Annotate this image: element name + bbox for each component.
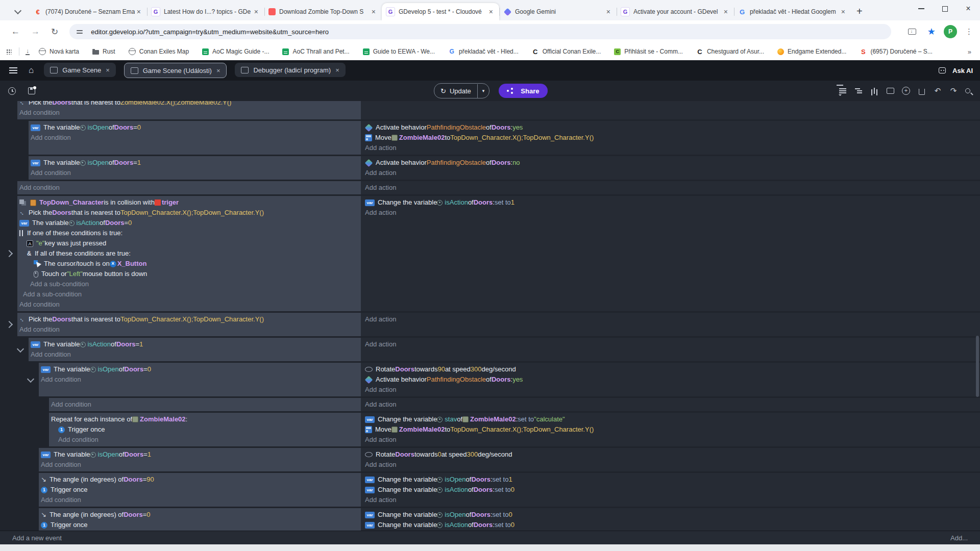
apps-grid-icon[interactable]	[6, 49, 12, 55]
browser-tab[interactable]: Download Zombie Top-Down S×	[264, 3, 382, 20]
bookmarks-overflow-chevron[interactable]: »	[968, 48, 971, 56]
condition-row[interactable]: Pick the Doors that is nearest to TopDow…	[17, 314, 361, 324]
tab-close-icon[interactable]: ×	[252, 8, 260, 16]
collapse-chevron-icon[interactable]	[27, 375, 34, 383]
new-tab-button[interactable]: +	[856, 6, 863, 17]
bookmark-item[interactable]: Conan Exiles Map	[129, 48, 189, 55]
add-action-link[interactable]: Add action	[365, 314, 980, 324]
conditions-column[interactable]: The angle (in degrees) of Doors = 0Trigg…	[39, 508, 361, 531]
condition-row[interactable]: "e" key was just pressed	[17, 238, 361, 248]
bookmark-item[interactable]: AoC Thrall and Pet...	[282, 48, 349, 55]
tab-search-chevron-icon[interactable]	[14, 7, 21, 14]
tab-close-icon[interactable]: ×	[370, 8, 378, 16]
bookmark-item[interactable]: CPřihlásit se - Comm...	[614, 48, 683, 55]
event[interactable]: The variable isOpen of Doors = 1Add cond…	[39, 448, 980, 471]
add-action-link[interactable]: Add action	[365, 460, 980, 470]
condition-row[interactable]: Trigger once	[39, 520, 361, 530]
editor-tab-close-icon[interactable]: ×	[216, 67, 220, 74]
add-condition-link[interactable]: Add condition	[17, 108, 361, 118]
add-action-link[interactable]: Add action	[365, 399, 980, 410]
editor-tab[interactable]: Game Scene (Události)×	[124, 63, 227, 78]
profile-avatar[interactable]: P	[944, 25, 957, 38]
editor-tab[interactable]: Game Scene×	[44, 63, 115, 77]
conditions-column[interactable]: Add condition	[17, 181, 361, 194]
ask-ai-button[interactable]: Ask AI	[939, 67, 973, 74]
add-action-link[interactable]: Add action	[365, 435, 980, 445]
expand-chevron-icon[interactable]	[6, 250, 13, 257]
add-condition-link[interactable]: Add condition	[17, 324, 361, 335]
actions-column[interactable]: Activate behavior PathfindingObstacle of…	[361, 121, 980, 155]
condition-row[interactable]: The angle (in degrees) of Doors = 90	[39, 474, 361, 485]
tab-close-icon[interactable]: ×	[722, 8, 730, 16]
action-row[interactable]: Rotate Doors towards 90 at speed 300 deg…	[365, 364, 980, 374]
restore-button[interactable]	[933, 0, 957, 17]
trash-icon[interactable]	[917, 86, 926, 95]
condition-row[interactable]: TopDown_Character is in collision with t…	[17, 197, 361, 208]
add-action-link[interactable]: Add action	[365, 385, 980, 395]
actions-column[interactable]: Add action	[361, 338, 980, 361]
actions-column[interactable]: Activate behavior PathfindingObstacle of…	[361, 156, 980, 180]
bookmark-item[interactable]: Rust	[92, 48, 115, 55]
conditions-column[interactable]: Pick the Doors that is nearest to Zombie…	[17, 101, 361, 119]
action-row[interactable]: Activate behavior PathfindingObstacle of…	[365, 158, 980, 168]
add-action-link[interactable]: Add action	[365, 183, 980, 193]
actions-column[interactable]: Add action	[361, 313, 980, 336]
tab-close-icon[interactable]: ×	[135, 8, 143, 16]
event[interactable]: Repeat for each instance of ZombieMale02…	[49, 413, 980, 446]
forward-icon[interactable]: →	[31, 27, 40, 37]
condition-row[interactable]: Trigger once	[49, 424, 361, 435]
event[interactable]: The angle (in degrees) of Doors = 90Trig…	[39, 473, 980, 507]
actions-column[interactable]	[361, 101, 980, 119]
bookmark-item[interactable]: S(6957) Doručené – S...	[860, 48, 932, 55]
condition-row[interactable]: Trigger once	[39, 485, 361, 495]
event[interactable]: TopDown_Character is in collision with t…	[17, 196, 980, 311]
share-button[interactable]: Share	[499, 84, 547, 98]
browser-tab[interactable]: GActivate your account - GDevel×	[617, 3, 734, 20]
send-to-device-icon[interactable]	[908, 29, 916, 35]
condition-row[interactable]: Touch or "Left" mouse button is down	[17, 269, 361, 279]
add-condition-link[interactable]: Add condition	[29, 133, 361, 143]
close-button[interactable]: ×	[957, 0, 980, 17]
event[interactable]: The variable isOpen of Doors = 1Add cond…	[29, 156, 980, 180]
add-action-link[interactable]: Add action	[365, 208, 980, 218]
conditions-column[interactable]: TopDown_Character is in collision with t…	[17, 196, 361, 311]
history-icon[interactable]	[8, 87, 16, 95]
bookmark-star-icon[interactable]: ★	[927, 27, 936, 36]
condition-row[interactable]: The variable isOpen of Doors = 0	[29, 122, 361, 133]
event[interactable]: The angle (in degrees) of Doors = 0Trigg…	[39, 508, 980, 531]
redo-icon[interactable]: ↷	[949, 86, 958, 95]
conditions-column[interactable]: The variable isOpen of Doors = 1Add cond…	[29, 156, 361, 180]
add-condition-link[interactable]: Add condition	[39, 374, 361, 385]
add-condition-link[interactable]: Add condition	[39, 530, 361, 531]
actions-column[interactable]: Change the variable isOpen of Doors: set…	[361, 473, 980, 507]
browser-menu-icon[interactable]: ⋮	[965, 27, 973, 36]
condition-row[interactable]: If all of these conditions are true:	[17, 248, 361, 259]
undo-icon[interactable]: ↶	[933, 86, 942, 95]
browser-tab[interactable]: GLatest How do I...? topics - GDe×	[147, 3, 264, 20]
minimize-button[interactable]	[910, 0, 933, 17]
event[interactable]: Add conditionAdd action	[17, 181, 980, 194]
conditions-column[interactable]: The angle (in degrees) of Doors = 90Trig…	[39, 473, 361, 507]
condition-row[interactable]: The variable isAction of Doors = 1	[29, 339, 361, 349]
event[interactable]: Add conditionAdd action	[49, 398, 980, 411]
add-action-link[interactable]: Add action	[365, 530, 980, 531]
add-new-event-link[interactable]: Add a new event	[12, 534, 62, 542]
site-settings-icon[interactable]	[77, 29, 83, 34]
update-button[interactable]: ↻Update ▾	[434, 83, 489, 98]
condition-row[interactable]: The variable isOpen of Doors = 1	[29, 158, 361, 168]
action-row[interactable]: Change the variable isAction of Doors: s…	[365, 197, 980, 208]
action-row[interactable]: Change the variable stav of ZombieMale02…	[365, 414, 980, 424]
add-condition-link[interactable]: Add a sub-condition	[17, 279, 361, 289]
action-row[interactable]: Activate behavior PathfindingObstacle of…	[365, 374, 980, 385]
add-action-link[interactable]: Add action	[365, 168, 980, 178]
add-condition-link[interactable]: Add condition	[17, 299, 361, 310]
actions-column[interactable]: Rotate Doors towards 0 at speed 300 deg/…	[361, 448, 980, 471]
actions-column[interactable]: Change the variable stav of ZombieMale02…	[361, 413, 980, 446]
condition-row[interactable]: The variable isOpen of Doors = 0	[39, 364, 361, 374]
hamburger-menu-icon[interactable]	[9, 67, 17, 68]
condition-row[interactable]: The angle (in degrees) of Doors = 0	[39, 510, 361, 520]
editor-tab-close-icon[interactable]: ×	[106, 66, 110, 74]
back-icon[interactable]: ←	[11, 27, 20, 37]
editor-tab[interactable]: Debugger (ladicí program)×	[235, 63, 345, 77]
bookmark-item[interactable]: Nová karta	[39, 48, 79, 55]
